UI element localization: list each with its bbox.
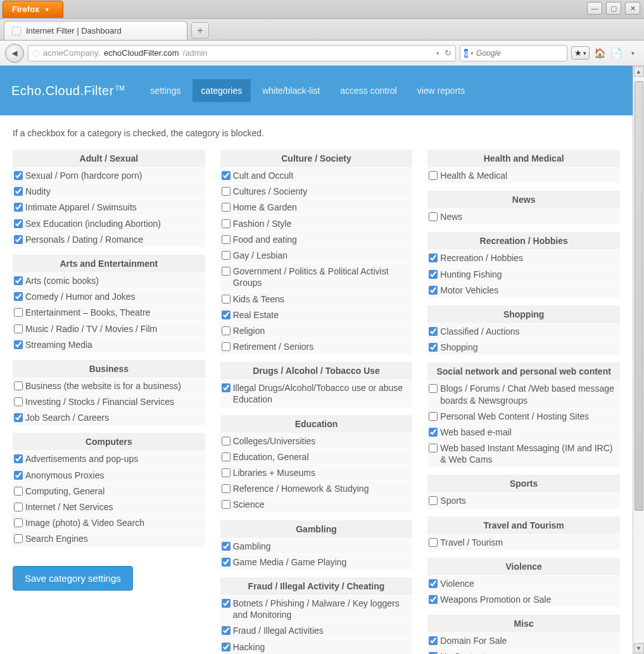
category-row[interactable]: Arts (comic books) xyxy=(13,272,205,288)
category-checkbox[interactable] xyxy=(222,326,230,335)
category-row[interactable]: Home & Garden xyxy=(220,199,413,215)
nav-item-settings[interactable]: settings xyxy=(141,79,189,102)
category-checkbox[interactable] xyxy=(14,487,23,496)
category-row[interactable]: Domain For Sale xyxy=(427,632,620,648)
category-checkbox[interactable] xyxy=(14,324,23,333)
category-row[interactable]: Business (the website is for a business) xyxy=(13,378,205,394)
category-checkbox[interactable] xyxy=(14,235,23,244)
new-tab-button[interactable]: ＋ xyxy=(191,22,209,39)
category-checkbox[interactable] xyxy=(429,496,438,505)
category-checkbox[interactable] xyxy=(14,382,23,390)
category-row[interactable]: Gay / Lesbian xyxy=(220,247,413,263)
category-checkbox[interactable] xyxy=(429,343,438,352)
search-input[interactable] xyxy=(476,49,572,58)
category-checkbox[interactable] xyxy=(429,595,438,604)
category-checkbox[interactable] xyxy=(14,503,23,511)
category-checkbox[interactable] xyxy=(222,558,230,567)
category-checkbox[interactable] xyxy=(222,599,230,608)
category-row[interactable]: Hacking xyxy=(220,639,413,655)
category-checkbox[interactable] xyxy=(222,484,230,493)
category-checkbox[interactable] xyxy=(429,384,438,393)
nav-item-view-reports[interactable]: view reports xyxy=(408,79,474,102)
category-row[interactable]: Sports xyxy=(427,492,620,508)
category-row[interactable]: Personal Web Content / Hosting Sites xyxy=(427,408,620,424)
category-row[interactable]: Kids & Teens xyxy=(220,291,413,307)
category-row[interactable]: Retirement / Seniors xyxy=(220,338,413,354)
category-checkbox[interactable] xyxy=(222,542,230,551)
chevron-down-icon[interactable]: ▾ xyxy=(436,50,439,56)
category-checkbox[interactable] xyxy=(222,251,230,260)
category-row[interactable]: Computing, General xyxy=(13,483,205,499)
save-button[interactable]: Save category settings xyxy=(13,566,133,591)
scroll-thumb[interactable] xyxy=(635,81,643,511)
category-row[interactable]: Cultures / Socienty xyxy=(220,183,413,199)
category-row[interactable]: Food and eating xyxy=(220,231,413,247)
category-checkbox[interactable] xyxy=(222,468,230,477)
category-row[interactable]: News xyxy=(427,208,620,224)
category-row[interactable]: Job Search / Careers xyxy=(13,409,205,425)
category-checkbox[interactable] xyxy=(222,219,230,228)
url-bar[interactable]: ◌ acmeCompany.echoCloudFilter.com/admin … xyxy=(28,45,456,61)
category-row[interactable]: Motor Vehicles xyxy=(427,282,620,298)
category-checkbox[interactable] xyxy=(14,203,23,212)
category-checkbox[interactable] xyxy=(222,235,230,244)
category-checkbox[interactable] xyxy=(222,267,230,276)
chevron-down-icon[interactable]: ▾ xyxy=(626,47,639,60)
category-row[interactable]: Search Engines xyxy=(13,530,205,546)
category-checkbox[interactable] xyxy=(222,500,230,509)
category-checkbox[interactable] xyxy=(429,253,438,262)
category-checkbox[interactable] xyxy=(14,518,23,527)
scroll-up-button[interactable]: ▲ xyxy=(634,67,644,77)
category-row[interactable]: Entertainment – Books, Theatre xyxy=(13,304,205,320)
chevron-down-icon[interactable]: ▾ xyxy=(470,50,474,56)
category-checkbox[interactable] xyxy=(222,452,230,461)
window-minimize-button[interactable]: — xyxy=(587,2,602,15)
category-checkbox[interactable] xyxy=(429,212,438,221)
category-row[interactable]: Intimate Apparel / Swimsuits xyxy=(13,199,205,215)
nav-item-white-black-list[interactable]: white/black-list xyxy=(253,79,329,102)
reload-icon[interactable]: ↻ xyxy=(445,48,451,58)
category-checkbox[interactable] xyxy=(429,270,438,279)
category-row[interactable]: Web based Instant Messaging (IM and IRC)… xyxy=(427,440,620,467)
category-checkbox[interactable] xyxy=(14,340,23,349)
category-checkbox[interactable] xyxy=(14,534,23,543)
category-checkbox[interactable] xyxy=(222,171,230,180)
category-row[interactable]: Illegal Drugs/Alcohol/Tobacco use or abu… xyxy=(220,380,413,407)
nav-item-access-control[interactable]: access control xyxy=(331,79,405,102)
back-button[interactable]: ◄ xyxy=(5,44,24,63)
category-row[interactable]: Recreation / Hobbies xyxy=(427,250,620,266)
category-row[interactable]: Hunting Fishing xyxy=(427,266,620,282)
category-checkbox[interactable] xyxy=(429,444,438,452)
home-button[interactable]: 🏠 xyxy=(593,47,606,60)
category-row[interactable]: Weapons Promotion or Sale xyxy=(427,591,620,607)
category-row[interactable]: Botnets / Phishing / Malware / Key logge… xyxy=(220,595,413,622)
category-checkbox[interactable] xyxy=(14,413,23,422)
category-row[interactable]: No Content xyxy=(427,648,620,654)
search-box[interactable]: g ▾ 🔍 xyxy=(460,45,567,61)
reader-button[interactable]: 📄 xyxy=(610,47,622,60)
category-row[interactable]: Colleges/Universities xyxy=(220,433,413,449)
category-row[interactable]: Nudity xyxy=(13,183,205,199)
category-row[interactable]: Comedy / Humor and Jokes xyxy=(13,288,205,304)
category-checkbox[interactable] xyxy=(429,428,438,437)
category-row[interactable]: Reference / Homework & Studying xyxy=(220,480,413,496)
category-checkbox[interactable] xyxy=(222,342,230,351)
category-row[interactable]: Health & Medical xyxy=(427,167,620,183)
category-checkbox[interactable] xyxy=(222,311,230,319)
category-checkbox[interactable] xyxy=(429,171,438,180)
category-checkbox[interactable] xyxy=(222,295,230,304)
category-checkbox[interactable] xyxy=(14,454,23,463)
category-checkbox[interactable] xyxy=(222,626,230,635)
category-row[interactable]: Education, General xyxy=(220,449,413,465)
category-row[interactable]: Libraries + Museums xyxy=(220,465,413,480)
category-row[interactable]: Shopping xyxy=(427,339,620,355)
category-row[interactable]: Government / Politics & Political Activi… xyxy=(220,263,413,290)
category-row[interactable]: Music / Radio / TV / Movies / Film xyxy=(13,321,205,337)
category-row[interactable]: Anonymous Proxies xyxy=(13,467,205,483)
category-checkbox[interactable] xyxy=(14,171,23,180)
category-checkbox[interactable] xyxy=(14,292,23,301)
category-checkbox[interactable] xyxy=(222,437,230,446)
category-row[interactable]: Internet / Net Services xyxy=(13,499,205,515)
category-row[interactable]: Streaming Media xyxy=(13,337,205,352)
category-checkbox[interactable] xyxy=(222,643,230,651)
